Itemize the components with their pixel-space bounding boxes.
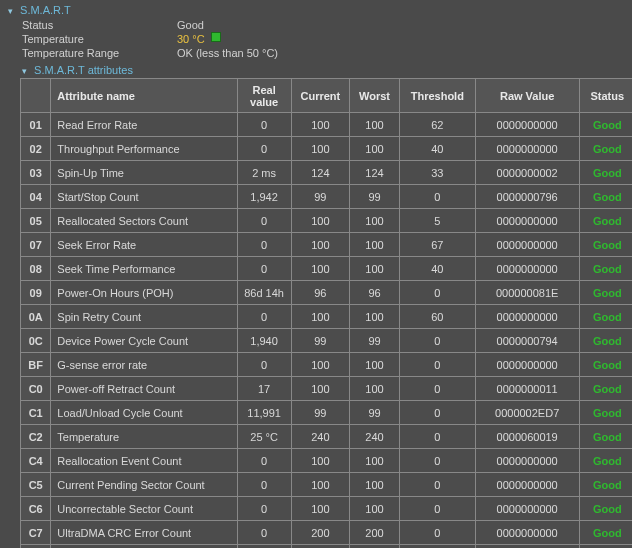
status-value: Good (177, 18, 204, 32)
table-row[interactable]: 0CDevice Power Cycle Count1,940999900000… (21, 329, 633, 353)
table-header-row: Attribute name Real value Current Worst … (21, 79, 633, 113)
attr-current: 99 (291, 329, 349, 353)
attr-real: 0 (237, 113, 291, 137)
table-row[interactable]: C7UltraDMA CRC Error Count02002000000000… (21, 521, 633, 545)
attr-threshold: 60 (399, 305, 475, 329)
attr-raw: 0000000000 (475, 233, 579, 257)
attr-threshold: 0 (399, 353, 475, 377)
table-row[interactable]: 09Power-On Hours (POH)86d 14h96960000000… (21, 281, 633, 305)
table-row[interactable]: 01Read Error Rate0100100620000000000Good (21, 113, 633, 137)
attr-worst: 100 (350, 233, 400, 257)
table-row[interactable]: 07Seek Error Rate0100100670000000000Good (21, 233, 633, 257)
attr-current: 100 (291, 545, 349, 549)
attr-threshold: 0 (399, 497, 475, 521)
table-row[interactable]: 02Throughput Performance0100100400000000… (21, 137, 633, 161)
attr-worst: 100 (350, 545, 400, 549)
attr-threshold: 0 (399, 449, 475, 473)
attr-raw: 0000000000 (475, 305, 579, 329)
attr-name: Temperature (51, 425, 237, 449)
attr-id: 04 (21, 185, 51, 209)
table-row[interactable]: 05Reallocated Sectors Count0100100500000… (21, 209, 633, 233)
attr-current: 240 (291, 425, 349, 449)
table-row[interactable]: BFG-sense error rate010010000000000000Go… (21, 353, 633, 377)
attr-worst: 100 (350, 137, 400, 161)
attr-real: 2 ms (237, 161, 291, 185)
table-row[interactable]: C0Power-off Retract Count171001000000000… (21, 377, 633, 401)
attr-current: 100 (291, 113, 349, 137)
table-row[interactable]: C5Current Pending Sector Count0100100000… (21, 473, 633, 497)
attr-id: C6 (21, 497, 51, 521)
header-current[interactable]: Current (291, 79, 349, 113)
temp-range-value: OK (less than 50 °C) (177, 46, 278, 60)
attr-threshold: 0 (399, 401, 475, 425)
attr-real: 0 (237, 209, 291, 233)
table-row[interactable]: 04Start/Stop Count1,942999900000000796Go… (21, 185, 633, 209)
attr-name: Uncorrectable Sector Count (51, 497, 237, 521)
attr-name: Start/Stop Count (51, 185, 237, 209)
table-row[interactable]: 03Spin-Up Time2 ms124124330000000002Good (21, 161, 633, 185)
attr-raw: 0000000011 (475, 377, 579, 401)
temperature-value: 30 °C (177, 32, 205, 46)
table-row[interactable]: 08Seek Time Performance01001004000000000… (21, 257, 633, 281)
header-real[interactable]: Real value (237, 79, 291, 113)
attr-real: 0 (237, 545, 291, 549)
header-worst[interactable]: Worst (350, 79, 400, 113)
attr-worst: 100 (350, 113, 400, 137)
attr-id: C5 (21, 473, 51, 497)
attr-worst: 124 (350, 161, 400, 185)
attr-name: G-sense error rate (51, 353, 237, 377)
attr-threshold: 0 (399, 473, 475, 497)
table-row[interactable]: C1Load/Unload Cycle Count11,991999900000… (21, 401, 633, 425)
attr-worst: 100 (350, 257, 400, 281)
attr-raw: 0000000000 (475, 209, 579, 233)
header-status[interactable]: Status (579, 79, 632, 113)
attr-status: Good (579, 305, 632, 329)
table-row[interactable]: C6Uncorrectable Sector Count010010000000… (21, 497, 633, 521)
attr-worst: 100 (350, 209, 400, 233)
attr-worst: 100 (350, 449, 400, 473)
attr-raw: 0000000000 (475, 353, 579, 377)
attr-real: 25 °C (237, 425, 291, 449)
attr-current: 96 (291, 281, 349, 305)
attr-real: 0 (237, 233, 291, 257)
attr-name: Power-off Retract Count (51, 377, 237, 401)
attr-name: UltraDMA CRC Error Count (51, 521, 237, 545)
attr-current: 100 (291, 137, 349, 161)
header-threshold[interactable]: Threshold (399, 79, 475, 113)
header-id[interactable] (21, 79, 51, 113)
attr-threshold: 62 (399, 113, 475, 137)
attr-threshold: 0 (399, 329, 475, 353)
smart-section-header[interactable]: S.M.A.R.T (8, 4, 624, 16)
temperature-led-icon (211, 32, 221, 42)
attr-real: 1,942 (237, 185, 291, 209)
attr-name: Spin-Up Time (51, 161, 237, 185)
attr-name: Throughput Performance (51, 137, 237, 161)
attr-raw: 0000000794 (475, 329, 579, 353)
attr-id: 07 (21, 233, 51, 257)
table-row[interactable]: DFLoad/Unload Retry Count010010000000000… (21, 545, 633, 549)
header-raw[interactable]: Raw Value (475, 79, 579, 113)
attr-name: Power-On Hours (POH) (51, 281, 237, 305)
attr-real: 0 (237, 521, 291, 545)
attr-raw: 0000000000 (475, 545, 579, 549)
temp-range-label: Temperature Range (22, 46, 177, 60)
attr-name: Seek Error Rate (51, 233, 237, 257)
attr-status: Good (579, 137, 632, 161)
attr-raw: 0000000000 (475, 473, 579, 497)
attr-current: 100 (291, 305, 349, 329)
attr-threshold: 0 (399, 425, 475, 449)
attr-current: 99 (291, 401, 349, 425)
attr-status: Good (579, 497, 632, 521)
smart-attributes-header[interactable]: S.M.A.R.T attributes (22, 64, 624, 76)
attr-current: 100 (291, 233, 349, 257)
table-row[interactable]: C4Reallocation Event Count01001000000000… (21, 449, 633, 473)
attr-id: BF (21, 353, 51, 377)
header-name[interactable]: Attribute name (51, 79, 237, 113)
attr-id: 0C (21, 329, 51, 353)
table-row[interactable]: 0ASpin Retry Count0100100600000000000Goo… (21, 305, 633, 329)
attr-raw: 0000000002 (475, 161, 579, 185)
attr-raw: 0000060019 (475, 425, 579, 449)
attr-name: Reallocated Sectors Count (51, 209, 237, 233)
attr-threshold: 0 (399, 281, 475, 305)
table-row[interactable]: C2Temperature25 °C24024000000060019Good (21, 425, 633, 449)
